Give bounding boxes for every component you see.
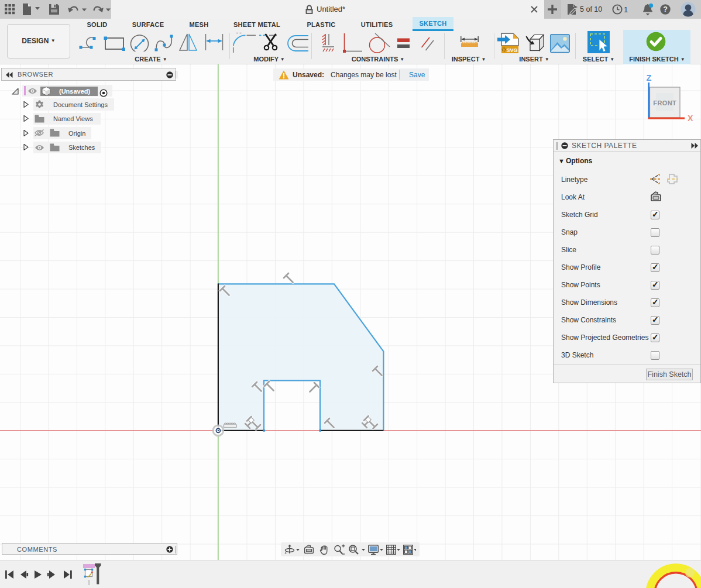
svg-text:SVG: SVG — [506, 47, 517, 53]
svg-text:?: ? — [663, 5, 668, 13]
svg-text:Z: Z — [647, 73, 652, 82]
svg-text:X: X — [688, 114, 693, 123]
svg-text:FRONT: FRONT — [653, 99, 676, 106]
